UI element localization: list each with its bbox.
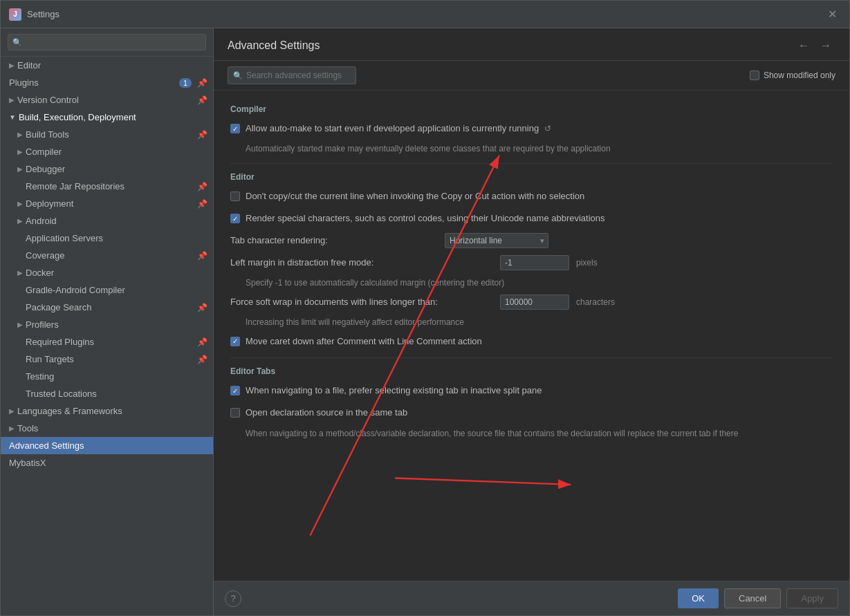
main-area: Advanced Settings ← → 🔍 Show modified on… xyxy=(214,28,849,615)
sidebar-item-required-plugins[interactable]: Required Plugins 📌 xyxy=(1,333,213,351)
auto-make-desc: Automatically started make may eventuall… xyxy=(246,143,833,155)
title-bar: J Settings ✕ xyxy=(1,1,849,28)
sidebar-item-build-tools[interactable]: ▶ Build Tools 📌 xyxy=(1,126,213,143)
sidebar-search-input[interactable] xyxy=(8,34,206,50)
render-special-label: Render special characters, such as contr… xyxy=(246,212,605,225)
left-margin-input[interactable] xyxy=(500,255,569,270)
prefer-tab-checkbox[interactable] xyxy=(230,386,240,395)
arrow-icon: ▼ xyxy=(9,113,16,121)
help-button[interactable]: ? xyxy=(225,590,241,607)
sidebar-item-gradle-android[interactable]: Gradle-Android Compiler xyxy=(1,281,213,299)
nav-back-button[interactable]: ← xyxy=(794,38,813,53)
soft-wrap-desc: Increasing this limit will negatively af… xyxy=(246,317,833,328)
open-decl-desc: When navigating to a method/class/variab… xyxy=(246,428,833,440)
sidebar-item-label: MybatisX xyxy=(9,458,207,468)
sidebar-item-label: Remote Jar Repositories xyxy=(26,181,194,192)
auto-make-reset-icon[interactable]: ↺ xyxy=(544,124,551,133)
sidebar-item-label: Docker xyxy=(26,268,207,278)
sidebar-item-docker[interactable]: ▶ Docker xyxy=(1,264,213,281)
render-special-setting-row: Render special characters, such as contr… xyxy=(230,211,833,226)
left-margin-unit: pixels xyxy=(576,258,598,268)
sidebar-item-deployment[interactable]: ▶ Deployment 📌 xyxy=(1,195,213,212)
editor-tabs-title: Editor Tabs xyxy=(230,366,833,376)
prefer-tab-label: When navigating to a file, prefer select… xyxy=(246,384,542,397)
nav-buttons: ← → xyxy=(794,38,835,53)
editor-section-title: Editor xyxy=(230,172,833,182)
cancel-button[interactable]: Cancel xyxy=(724,588,781,608)
sidebar-item-remote-jar[interactable]: Remote Jar Repositories 📌 xyxy=(1,178,213,195)
sidebar-item-label: Editor xyxy=(17,60,207,71)
show-modified-checkbox[interactable] xyxy=(750,71,759,80)
sidebar-search-area: 🔍 xyxy=(1,28,213,57)
move-caret-checkbox[interactable] xyxy=(230,337,240,346)
sidebar-item-run-targets[interactable]: Run Targets 📌 xyxy=(1,351,213,368)
settings-search-input[interactable] xyxy=(228,66,356,84)
sidebar-item-editor[interactable]: ▶ Editor xyxy=(1,57,213,74)
sidebar-item-mybatisx[interactable]: MybatisX xyxy=(1,454,213,472)
title-bar-left: J Settings xyxy=(9,8,59,21)
sidebar-item-trusted-locations[interactable]: Trusted Locations xyxy=(1,385,213,402)
render-special-checkbox[interactable] xyxy=(230,214,240,223)
arrow-icon: ▶ xyxy=(17,200,23,207)
sidebar-item-compiler[interactable]: ▶ Compiler xyxy=(1,143,213,160)
dont-copy-checkbox[interactable] xyxy=(230,192,240,201)
close-button[interactable]: ✕ xyxy=(824,6,841,22)
arrow-icon: ▶ xyxy=(17,269,23,277)
soft-wrap-input[interactable] xyxy=(500,295,569,310)
dont-copy-label: Don't copy/cut the current line when inv… xyxy=(246,190,584,203)
divider1 xyxy=(230,163,833,164)
arrow-icon: ▶ xyxy=(17,165,23,173)
pin-icon: 📌 xyxy=(197,199,207,209)
sidebar-search-wrap: 🔍 xyxy=(8,34,206,50)
sidebar-item-debugger[interactable]: ▶ Debugger xyxy=(1,160,213,178)
show-modified-label[interactable]: Show modified only xyxy=(750,71,835,80)
auto-make-checkbox[interactable] xyxy=(230,124,240,133)
tab-char-select[interactable]: Horizontal line Arrow None xyxy=(445,233,548,248)
sidebar-item-tools[interactable]: ▶ Tools xyxy=(1,420,213,437)
pin-icon: 📌 xyxy=(197,130,207,140)
pin-icon: 📌 xyxy=(197,355,207,364)
editor-tabs-section: Editor Tabs When navigating to a file, p… xyxy=(230,366,833,439)
auto-make-label: Allow auto-make to start even if develop… xyxy=(246,122,551,135)
sidebar-item-label: Testing xyxy=(26,371,207,382)
sidebar-item-label: Advanced Settings xyxy=(9,440,207,451)
sidebar-item-label: Run Targets xyxy=(26,354,194,364)
sidebar-item-label: Debugger xyxy=(26,164,207,174)
soft-wrap-setting-row: Force soft wrap in documents with lines … xyxy=(230,295,833,310)
move-caret-label: Move caret down after Comment with Line … xyxy=(246,335,482,348)
sidebar-item-label: Deployment xyxy=(26,198,194,209)
sidebar-item-android[interactable]: ▶ Android xyxy=(1,212,213,230)
sidebar-item-application-servers[interactable]: Application Servers xyxy=(1,230,213,247)
ok-button[interactable]: OK xyxy=(678,588,719,608)
arrow-icon: ▶ xyxy=(9,424,15,432)
left-margin-desc: Specify -1 to use automatically calculat… xyxy=(246,277,833,289)
sidebar-item-testing[interactable]: Testing xyxy=(1,368,213,385)
pin-icon: 📌 xyxy=(197,337,207,347)
apply-button[interactable]: Apply xyxy=(786,588,838,608)
sidebar-item-label: Package Search xyxy=(26,302,194,312)
nav-forward-button[interactable]: → xyxy=(816,38,835,53)
divider2 xyxy=(230,357,833,358)
sidebar-item-profilers[interactable]: ▶ Profilers xyxy=(1,316,213,333)
action-buttons: OK Cancel Apply xyxy=(678,588,838,608)
arrow-icon: ▶ xyxy=(17,131,23,138)
settings-search-icon: 🔍 xyxy=(233,71,243,80)
sidebar-item-label: Compiler xyxy=(26,147,207,157)
sidebar-item-package-search[interactable]: Package Search 📌 xyxy=(1,299,213,316)
sidebar-item-coverage[interactable]: Coverage 📌 xyxy=(1,247,213,264)
sidebar-item-advanced-settings[interactable]: Advanced Settings xyxy=(1,437,213,454)
soft-wrap-label: Force soft wrap in documents with lines … xyxy=(230,296,493,308)
sidebar-item-version-control[interactable]: ▶ Version Control 📌 xyxy=(1,91,213,109)
sidebar-item-build-execution[interactable]: ▼ Build, Execution, Deployment xyxy=(1,109,213,126)
settings-window: J Settings ✕ 🔍 ▶ Editor Plugins 1 📌 xyxy=(0,0,850,616)
sidebar-item-label: Profilers xyxy=(26,319,207,330)
main-header: Advanced Settings ← → xyxy=(214,28,849,61)
compiler-section-title: Compiler xyxy=(230,104,833,114)
open-decl-checkbox[interactable] xyxy=(230,408,240,418)
arrow-icon: ▶ xyxy=(9,62,15,69)
sidebar-item-label: Build Tools xyxy=(26,129,194,140)
sidebar-item-languages[interactable]: ▶ Languages & Frameworks xyxy=(1,402,213,420)
show-modified-text: Show modified only xyxy=(764,71,835,80)
editor-section: Editor Don't copy/cut the current line w… xyxy=(230,172,833,349)
sidebar-item-plugins[interactable]: Plugins 1 📌 xyxy=(1,74,213,91)
